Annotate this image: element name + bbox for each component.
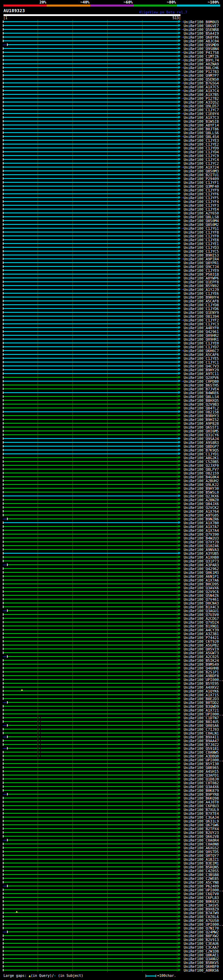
hit-label: UniRef100_B1XNQ1: [184, 624, 219, 628]
hit-label: UniRef100_C1E0Y4: [184, 112, 219, 115]
hit-row: UniRef100_A1X7C5: [0, 85, 223, 89]
hit-label: UniRef100_C1JYG1: [184, 227, 219, 230]
alignment-bar: [3, 756, 178, 756]
alignment-bar: [3, 511, 178, 512]
hit-label: UniRef100_A1QYK6: [184, 689, 219, 693]
alignment-bar: [3, 434, 178, 435]
alignment-arrowhead-icon: [178, 299, 181, 302]
hit-row: UniRef100_Q42961: [0, 329, 223, 333]
alignment-arrowhead-icon: [178, 425, 181, 428]
alignment-bar: [3, 186, 178, 187]
alignment-bar: [3, 361, 178, 363]
hit-row: UniRef100_C1JYE8: [0, 238, 223, 242]
alignment-arrowhead-icon: [178, 674, 181, 677]
alignment-bar: [3, 499, 178, 500]
hit-row: UniRef100_A5GW73: [0, 651, 223, 655]
hit-row: UniRef100_Q0TQY7: [0, 853, 223, 857]
hit-label: UniRef100_A9NVA3: [184, 548, 219, 551]
alignment-bar: [3, 335, 178, 336]
alignment-arrowhead-icon: [178, 923, 181, 926]
hit-label: UniRef100_A1X7B5: [184, 93, 219, 96]
alignment-bar: [3, 450, 178, 450]
alignment-arrowhead-icon: [178, 521, 181, 524]
identity-scale-label: 20%: [22, 0, 47, 4]
hit-label: UniRef100_A9TG05: [184, 514, 219, 517]
hit-label: UniRef100_O82158: [184, 410, 219, 414]
hit-row: UniRef100_C0PDB0: [0, 379, 223, 383]
alignment-bar: [3, 86, 178, 87]
alignment-bar: [3, 874, 178, 875]
alignment-arrowhead-icon: [178, 582, 181, 585]
alignment-bar: [3, 197, 178, 198]
hit-row: UniRef100_A2BNZ0: [0, 498, 223, 502]
identity-scale-label: ~80%: [152, 0, 176, 4]
subject-lead-dash: [3, 565, 6, 565]
alignment-arrowhead-icon: [178, 732, 181, 734]
alignment-bar: [3, 591, 178, 592]
hit-row: UniRef100_B7XUL9: [0, 808, 223, 811]
hit-label: UniRef100_Q850M3: [184, 169, 219, 173]
hit-row: UniRef100_D0CN43: [0, 601, 223, 605]
hit-label: UniRef100_Q84TL2: [184, 406, 219, 410]
alignment-arrowhead-icon: [178, 762, 181, 765]
alignment-arrowhead-icon: [178, 322, 181, 325]
gap-notch: [38, 717, 39, 718]
hit-label: UniRef100_A2CDG7: [184, 617, 219, 620]
hit-label: UniRef100_B2V913: [184, 938, 219, 942]
hit-label: UniRef100_A1XH80: [184, 555, 219, 559]
alignment-bar: [3, 251, 178, 252]
alignment-bar: [3, 365, 178, 366]
hit-row: UniRef100_Q8YPR1: [0, 261, 223, 264]
hit-row: UniRef100_B7JVE4: [0, 387, 223, 391]
alignment-bar: [3, 782, 178, 783]
hit-label: UniRef100_B5IK24: [184, 659, 219, 662]
hit-label: UniRef100_C1JYF3: [184, 204, 219, 207]
alignment-bar: [3, 541, 178, 542]
hit-row: UniRef100_C1JYF3: [0, 204, 223, 207]
hit-row: UniRef100_B9PYR8: [0, 792, 223, 796]
hit-label: UniRef100_Q7VDZ4: [184, 620, 219, 624]
alignment-bar: [3, 285, 178, 286]
hit-label: UniRef100_C2W1D8: [184, 950, 219, 953]
hit-label: UniRef100_B8I4U5: [184, 720, 219, 724]
alignment-arrowhead-icon: [178, 219, 181, 222]
alignment-arrowhead-icon: [178, 119, 181, 123]
alignment-bar: [3, 476, 178, 477]
alignment-arrowhead-icon: [178, 942, 181, 945]
hit-label: UniRef100_A1X724: [184, 165, 219, 169]
hit-label: UniRef100_A1X764: [184, 510, 219, 513]
hit-row: UniRef100_UPI000..: [0, 678, 223, 681]
hit-row: UniRef100_B5YI30: [0, 762, 223, 765]
alignment-arrowhead-icon: [178, 823, 181, 826]
hit-label: UniRef100_Q9SMD9: [184, 43, 219, 46]
alignment-bar: [3, 385, 178, 385]
alignment-bar: [3, 939, 178, 940]
hit-row: UniRef100_Q8LLS6: [0, 131, 223, 135]
alignment-bar: [3, 560, 178, 562]
alignment-bar: [3, 790, 178, 791]
hit-row: UniRef100_C1JYD4: [0, 150, 223, 154]
hit-label: UniRef100_C6T920: [184, 640, 219, 643]
alignment-arrowhead-icon: [178, 349, 181, 352]
hit-row: UniRef100_C1JYD3: [0, 245, 223, 249]
hit-label: UniRef100_B2UY23: [184, 831, 219, 834]
hit-label: UniRef100_C1JYD7: [184, 345, 219, 349]
hit-label: UniRef100_Q5N4Z6: [184, 594, 219, 597]
alignment-arrowhead-icon: [178, 296, 181, 298]
alignment-bar: [3, 243, 178, 244]
alignment-arrowhead-icon: [178, 938, 181, 941]
alignment-bar: [3, 136, 178, 137]
gap-notch: [38, 729, 39, 730]
alignment-arrowhead-icon: [178, 238, 181, 241]
alignment-arrowhead-icon: [178, 131, 181, 134]
hit-label: UniRef100_B9RHY4: [184, 296, 219, 299]
alignment-bar: [3, 970, 178, 970]
hit-row: UniRef100_C1JYF2: [0, 318, 223, 322]
gap-notch: [38, 756, 39, 756]
hit-label: UniRef100_C1JYF2: [184, 318, 219, 322]
alignment-bar: [3, 159, 178, 160]
alignment-arrowhead-icon: [178, 341, 181, 344]
hit-label: UniRef100_A3Z3B1: [184, 632, 219, 635]
alignment-bar: [3, 916, 178, 917]
alignment-arrowhead-icon: [178, 353, 181, 356]
